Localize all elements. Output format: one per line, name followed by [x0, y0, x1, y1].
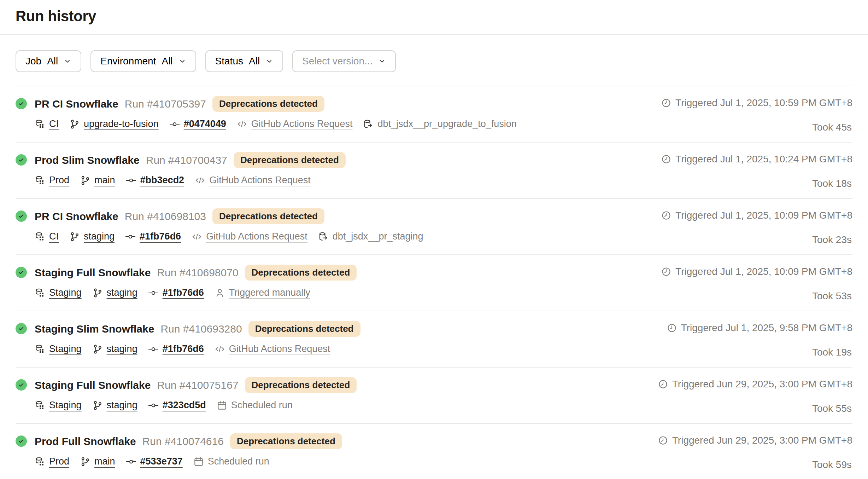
- run-number: Run #410075167: [157, 379, 238, 391]
- run-number: Run #410698103: [125, 210, 206, 223]
- trigger-source-link[interactable]: GitHub Actions Request: [209, 175, 311, 186]
- run-success-icon: [16, 379, 27, 391]
- version-filter[interactable]: Select version...: [292, 50, 396, 72]
- trigger-source-link[interactable]: GitHub Actions Request: [206, 231, 307, 242]
- run-duration: Took 45s: [812, 122, 852, 133]
- commit-link[interactable]: #bb3ecd2: [140, 175, 184, 186]
- run-duration: Took 53s: [812, 290, 852, 302]
- clock-icon: [667, 323, 677, 333]
- environment-link[interactable]: Prod: [49, 456, 69, 467]
- triggered-timestamp: Triggered Jul 1, 2025, 10:09 PM GMT+8: [675, 266, 852, 277]
- schema-icon: [363, 119, 374, 129]
- environment-icon: [35, 288, 45, 298]
- run-row[interactable]: PR CI Snowflake Run #410698103 Deprecati…: [16, 199, 852, 255]
- schema-name: dbt_jsdx__pr_upgrade_to_fusion: [377, 119, 516, 129]
- commit-link[interactable]: #0474049: [184, 119, 226, 129]
- environment-link[interactable]: Prod: [49, 175, 69, 186]
- page-title: Run history: [16, 8, 852, 25]
- environment-icon: [35, 231, 45, 242]
- environment-icon: [35, 119, 45, 129]
- run-row[interactable]: Staging Full Snowflake Run #410075167 De…: [16, 368, 852, 424]
- job-name-link[interactable]: Prod Full Snowflake: [35, 435, 136, 448]
- job-filter-value: All: [47, 56, 58, 67]
- commit-link[interactable]: #1fb76d6: [163, 344, 204, 354]
- trigger-source-label: Scheduled run: [231, 400, 293, 411]
- schema-icon: [318, 231, 329, 242]
- calendar-icon: [193, 456, 204, 467]
- commit-icon: [148, 400, 159, 411]
- environment-link[interactable]: CI: [49, 119, 59, 129]
- page-header: Run history: [0, 0, 868, 35]
- branch-link[interactable]: main: [94, 456, 115, 467]
- branch-link[interactable]: staging: [107, 400, 137, 411]
- status-filter-label: Status: [215, 56, 243, 67]
- branch-link[interactable]: staging: [84, 231, 115, 242]
- commit-link[interactable]: #533e737: [140, 456, 183, 467]
- calendar-icon: [217, 400, 227, 411]
- clock-icon: [661, 98, 671, 108]
- job-filter[interactable]: Job All: [16, 50, 81, 72]
- code-icon: [215, 344, 225, 354]
- run-success-icon: [16, 435, 27, 447]
- job-name-link[interactable]: PR CI Snowflake: [35, 210, 118, 223]
- deprecations-badge: Deprecations detected: [212, 96, 324, 112]
- trigger-source-label: Scheduled run: [208, 456, 269, 467]
- branch-link[interactable]: upgrade-to-fusion: [84, 119, 159, 129]
- deprecations-badge: Deprecations detected: [245, 265, 357, 281]
- run-duration: Took 19s: [812, 347, 852, 358]
- run-duration: Took 59s: [812, 459, 852, 471]
- commit-icon: [148, 344, 159, 354]
- run-row[interactable]: Staging Full Snowflake Run #410698070 De…: [16, 255, 852, 311]
- commit-link[interactable]: #1fb76d6: [140, 231, 181, 242]
- chevron-down-icon: [265, 57, 273, 65]
- job-name-link[interactable]: Staging Full Snowflake: [35, 379, 151, 391]
- job-name-link[interactable]: Staging Slim Snowflake: [35, 323, 154, 335]
- job-filter-label: Job: [25, 56, 41, 67]
- environment-filter[interactable]: Environment All: [90, 50, 196, 72]
- commit-link[interactable]: #323cd5d: [163, 400, 206, 411]
- status-filter[interactable]: Status All: [205, 50, 283, 72]
- run-row[interactable]: Staging Slim Snowflake Run #410693280 De…: [16, 311, 852, 368]
- environment-icon: [35, 175, 45, 186]
- environment-icon: [35, 344, 45, 354]
- run-number: Run #410698070: [157, 267, 238, 279]
- environment-link[interactable]: Staging: [49, 287, 82, 298]
- person-icon: [215, 288, 225, 298]
- run-duration: Took 23s: [812, 234, 852, 246]
- environment-icon: [35, 400, 45, 411]
- chevron-down-icon: [378, 57, 386, 65]
- branch-icon: [69, 119, 80, 129]
- code-icon: [195, 175, 205, 186]
- run-row[interactable]: PR CI Snowflake Run #410705397 Deprecati…: [16, 86, 852, 143]
- environment-filter-value: All: [162, 56, 172, 67]
- run-row[interactable]: Prod Slim Snowflake Run #410700437 Depre…: [16, 143, 852, 199]
- branch-link[interactable]: staging: [107, 344, 137, 354]
- run-success-icon: [16, 267, 27, 278]
- environment-icon: [35, 456, 45, 467]
- commit-icon: [126, 175, 136, 186]
- branch-link[interactable]: main: [94, 175, 115, 186]
- branch-icon: [69, 231, 80, 242]
- trigger-source-link[interactable]: Triggered manually: [229, 287, 310, 298]
- run-list: PR CI Snowflake Run #410705397 Deprecati…: [16, 86, 852, 479]
- trigger-source-link[interactable]: GitHub Actions Request: [251, 119, 353, 129]
- environment-filter-label: Environment: [100, 56, 156, 67]
- environment-link[interactable]: CI: [49, 231, 59, 242]
- job-name-link[interactable]: PR CI Snowflake: [35, 98, 118, 110]
- trigger-source-link[interactable]: GitHub Actions Request: [229, 344, 330, 354]
- code-icon: [192, 231, 202, 242]
- branch-link[interactable]: staging: [107, 287, 137, 298]
- job-name-link[interactable]: Staging Full Snowflake: [35, 267, 151, 279]
- environment-link[interactable]: Staging: [49, 400, 82, 411]
- clock-icon: [661, 210, 671, 220]
- branch-icon: [92, 288, 103, 298]
- run-row[interactable]: Prod Full Snowflake Run #410074616 Depre…: [16, 424, 852, 479]
- commit-link[interactable]: #1fb76d6: [163, 287, 204, 298]
- triggered-timestamp: Triggered Jul 1, 2025, 9:58 PM GMT+8: [681, 322, 852, 334]
- job-name-link[interactable]: Prod Slim Snowflake: [35, 154, 140, 166]
- environment-link[interactable]: Staging: [49, 344, 82, 354]
- branch-icon: [92, 344, 103, 354]
- run-duration: Took 55s: [812, 403, 852, 414]
- run-success-icon: [16, 210, 27, 222]
- deprecations-badge: Deprecations detected: [234, 152, 346, 168]
